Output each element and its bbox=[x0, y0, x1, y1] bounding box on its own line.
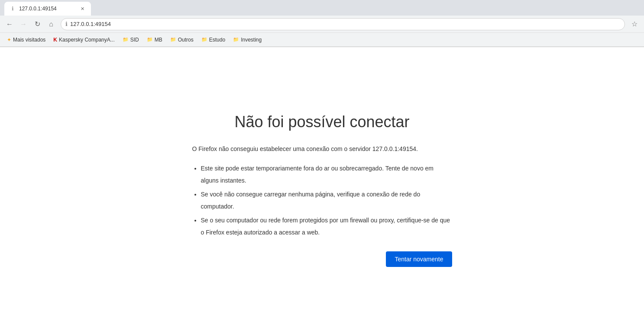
error-description: O Firefox não conseguiu estabelecer uma … bbox=[192, 144, 452, 154]
bookmark-mb[interactable]: 📁 MB bbox=[143, 35, 166, 45]
retry-button-container: Tentar novamente bbox=[192, 251, 452, 267]
bookmark-label: MB bbox=[155, 37, 162, 43]
list-item: Se o seu computador ou rede forem proteg… bbox=[201, 214, 452, 238]
list-item: Se você não consegue carregar nenhuma pá… bbox=[201, 188, 452, 212]
bookmark-label: Mais visitados bbox=[13, 37, 45, 43]
tab-close-button[interactable]: ✕ bbox=[79, 5, 86, 12]
address-info-icon: ℹ bbox=[65, 21, 68, 27]
bookmark-kaspersky[interactable]: K Kaspersky CompanyA... bbox=[50, 35, 118, 45]
active-tab[interactable]: ℹ 127.0.0.1:49154 ✕ bbox=[4, 2, 91, 16]
folder-icon: 📁 bbox=[123, 37, 129, 42]
browser-chrome: ℹ 127.0.0.1:49154 ✕ ← → ↻ ⌂ ℹ 127.0.0.1:… bbox=[0, 0, 644, 47]
bookmark-sid[interactable]: 📁 SID bbox=[119, 35, 142, 45]
bookmark-label: Kaspersky CompanyA... bbox=[59, 37, 115, 43]
bookmark-label: Investing bbox=[241, 37, 262, 43]
bookmark-star-button[interactable]: ☆ bbox=[628, 18, 641, 30]
star-icon: ✦ bbox=[7, 37, 11, 43]
page-content: Não foi possível conectar O Firefox não … bbox=[0, 47, 644, 333]
tab-favicon-icon: ℹ bbox=[10, 6, 16, 12]
tab-title: 127.0.0.1:49154 bbox=[19, 6, 75, 12]
home-button[interactable]: ⌂ bbox=[45, 18, 57, 30]
error-title: Não foi possível conectar bbox=[192, 113, 452, 131]
tab-bar: ℹ 127.0.0.1:49154 ✕ bbox=[0, 0, 644, 16]
address-text: 127.0.0.1:49154 bbox=[70, 21, 620, 27]
bookmark-estudo[interactable]: 📁 Estudo bbox=[198, 35, 229, 45]
bookmark-investing[interactable]: 📁 Investing bbox=[230, 35, 265, 45]
list-item: Este site pode estar temporariamente for… bbox=[201, 162, 452, 186]
bookmark-label: Outros bbox=[178, 37, 194, 43]
back-button[interactable]: ← bbox=[3, 18, 16, 30]
folder-icon: 📁 bbox=[233, 37, 239, 42]
bookmarks-bar: ✦ Mais visitados K Kaspersky CompanyA...… bbox=[0, 33, 644, 47]
nav-bar: ← → ↻ ⌂ ℹ 127.0.0.1:49154 ☆ bbox=[0, 16, 644, 33]
folder-icon: 📁 bbox=[147, 37, 153, 42]
bookmark-outros[interactable]: 📁 Outros bbox=[167, 35, 197, 45]
bookmark-label: Estudo bbox=[209, 37, 225, 43]
bookmark-label: SID bbox=[130, 37, 139, 43]
address-bar[interactable]: ℹ 127.0.0.1:49154 bbox=[61, 18, 625, 30]
folder-icon: 📁 bbox=[201, 37, 207, 42]
error-container: Não foi possível conectar O Firefox não … bbox=[192, 113, 452, 267]
forward-button[interactable]: → bbox=[17, 18, 29, 30]
reload-button[interactable]: ↻ bbox=[31, 18, 43, 30]
kaspersky-icon: K bbox=[53, 37, 57, 43]
retry-button[interactable]: Tentar novamente bbox=[386, 251, 452, 267]
folder-icon: 📁 bbox=[170, 37, 176, 42]
error-list: Este site pode estar temporariamente for… bbox=[192, 162, 452, 238]
bookmark-mais-visitados[interactable]: ✦ Mais visitados bbox=[3, 35, 49, 45]
